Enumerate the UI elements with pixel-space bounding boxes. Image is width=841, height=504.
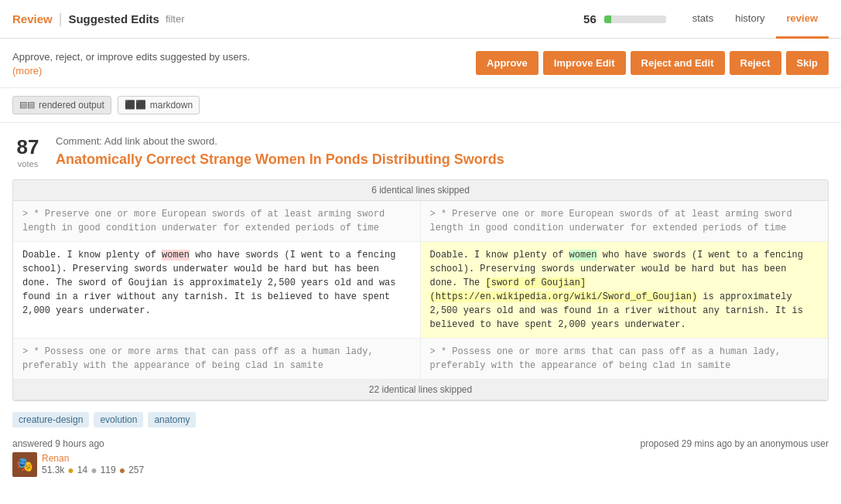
tag-evolution[interactable]: evolution [94, 412, 143, 427]
improve-edit-button[interactable]: Improve Edit [543, 51, 626, 75]
rendered-label: rendered output [39, 100, 104, 111]
action-buttons: Approve Improve Edit Reject and Edit Rej… [476, 51, 829, 75]
tag-creature-design[interactable]: creature-design [12, 412, 89, 427]
main-content: 87 votes Comment: Add link about the swo… [0, 123, 841, 492]
rep-badge: 51.3k ● 14 ● 119 ● 257 [42, 464, 144, 476]
votes-number: 87 [12, 135, 43, 159]
markdown-label: markdown [150, 100, 193, 111]
tags-area: creature-design evolution anatomy [12, 412, 829, 427]
comment-label: Comment: Add link about the sword. [56, 135, 829, 147]
rep-number: 51.3k [42, 465, 64, 475]
info-more-link[interactable]: (more) [12, 65, 250, 77]
diff-row-context2: > * Possess one or more arms that can pa… [13, 339, 828, 380]
nav-tabs: stats history review [682, 0, 829, 39]
diff-cell-left-context1: > * Preserve one or more European swords… [13, 201, 421, 241]
info-description: Approve, reject, or improve edits sugges… [12, 49, 250, 65]
answered-time: answered 9 hours ago [12, 438, 144, 449]
diff-cell-left-context2: > * Possess one or more arms that can pa… [13, 339, 421, 379]
nav-review-link[interactable]: Review [12, 12, 53, 26]
tag-anatomy[interactable]: anatomy [148, 412, 196, 427]
markdown-icon: ⬛⬛ [125, 100, 146, 110]
view-toggle: ▤▤ rendered output ⬛⬛ markdown [0, 88, 841, 123]
proposed-info: proposed 29 mins ago by an anonymous use… [641, 438, 829, 449]
proposed-text: proposed 29 mins ago by an anonymous use… [641, 438, 829, 449]
post-header: 87 votes Comment: Add link about the swo… [12, 135, 829, 169]
silver-count: 119 [101, 465, 116, 475]
gold-count: 14 [77, 465, 87, 475]
bronze-count: 257 [128, 465, 144, 475]
diff-cell-right-context1: > * Preserve one or more European swords… [421, 201, 829, 241]
tab-review[interactable]: review [776, 0, 829, 39]
skip-button[interactable]: Skip [786, 51, 829, 75]
nav-filter-link[interactable]: filter [166, 13, 185, 25]
avatar: 🎭 [12, 452, 37, 477]
diff-header-bottom: 22 identical lines skipped [13, 380, 828, 400]
nav-separator: | [59, 11, 63, 27]
info-text-area: Approve, reject, or improve edits sugges… [12, 49, 250, 77]
votes-area: 87 votes [12, 135, 43, 169]
post-footer: answered 9 hours ago 🎭 Renan 51.3k ● 14 … [12, 438, 829, 485]
tab-history[interactable]: history [724, 0, 775, 39]
diff-header-top: 6 identical lines skipped [13, 180, 828, 201]
diff-cell-right-context2: > * Possess one or more arms that can pa… [421, 339, 829, 379]
info-bar: Approve, reject, or improve edits sugges… [0, 39, 841, 88]
rendered-icon: ▤▤ [19, 100, 35, 110]
silver-dot: ● [91, 464, 97, 476]
tab-stats[interactable]: stats [682, 0, 724, 39]
progress-bar [604, 15, 666, 23]
post-title[interactable]: Anatomically Correct Strange Women In Po… [56, 152, 829, 168]
reject-and-edit-button[interactable]: Reject and Edit [631, 51, 725, 75]
answered-info: answered 9 hours ago 🎭 Renan 51.3k ● 14 … [12, 438, 144, 477]
bronze-dot: ● [119, 464, 125, 476]
post-info: Comment: Add link about the sword. Anato… [56, 135, 829, 168]
markdown-toggle[interactable]: ⬛⬛ markdown [118, 96, 200, 114]
approve-button[interactable]: Approve [476, 51, 538, 75]
rendered-output-toggle[interactable]: ▤▤ rendered output [12, 96, 111, 114]
nav-review-count: 56 [583, 12, 597, 26]
votes-label: votes [12, 159, 43, 169]
diff-row-body: Doable. I know plenty of women who have … [13, 242, 828, 339]
reject-button[interactable]: Reject [730, 51, 781, 75]
username-link[interactable]: Renan [42, 453, 144, 464]
user-row: 🎭 Renan 51.3k ● 14 ● 119 ● 257 [12, 452, 144, 477]
diff-row-context1: > * Preserve one or more European swords… [13, 201, 828, 242]
progress-bar-fill [604, 15, 612, 23]
diff-cell-right-body: Doable. I know plenty of women who have … [421, 242, 829, 338]
user-details: Renan 51.3k ● 14 ● 119 ● 257 [42, 453, 144, 476]
diff-cell-left-body: Doable. I know plenty of women who have … [13, 242, 421, 338]
nav-suggested-edits: Suggested Edits [68, 12, 159, 26]
gold-dot: ● [67, 464, 74, 476]
nav-count-area: 56 [583, 12, 666, 26]
diff-container: 6 identical lines skipped > * Preserve o… [12, 179, 829, 401]
top-nav: Review | Suggested Edits filter 56 stats… [0, 0, 841, 39]
